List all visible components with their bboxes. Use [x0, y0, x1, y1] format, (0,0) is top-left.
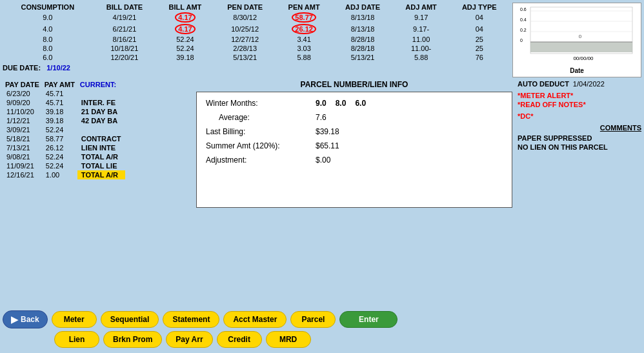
- wm-v3: 6.0: [355, 99, 366, 108]
- due-date-row: DUE DATE: 1/10/22: [3, 64, 510, 72]
- auto-deduct-value: 1/04/2022: [573, 80, 605, 88]
- adjustment-label: Adjustment:: [206, 156, 316, 165]
- chart-date-label: Date: [516, 67, 638, 74]
- comments-link[interactable]: COMMENTS: [600, 124, 641, 132]
- due-date-value: 1/10/22: [46, 64, 70, 72]
- svg-text:0: 0: [520, 38, 523, 43]
- button-row-2: Lien Brkn Prom Pay Arr Credit MRD: [3, 331, 641, 348]
- last-billing-value: $39.18: [316, 127, 339, 136]
- pay-table-row: 6/23/2045.71: [3, 89, 125, 98]
- wm-v1: 9.0: [316, 99, 327, 108]
- winter-months-label: Winter Months:: [206, 99, 316, 108]
- pay-date-header: PAY DATE: [3, 80, 42, 89]
- back-label: Back: [21, 315, 39, 324]
- parcel-button[interactable]: Parcel: [290, 311, 336, 328]
- no-lien: NO LIEN ON THIS PARCEL: [518, 143, 641, 151]
- summer-amt-label: Summer Amt (120%):: [206, 141, 316, 150]
- pay-table-row: 5/18/2158.77CONTRACT: [3, 134, 125, 143]
- mrd-button[interactable]: MRD: [266, 331, 311, 348]
- acct-master-button[interactable]: Acct Master: [223, 311, 287, 328]
- pay-table-row: 11/10/2039.1821 DAY BA: [3, 107, 125, 116]
- svg-text:0.4: 0.4: [520, 17, 527, 22]
- statement-button[interactable]: Statement: [163, 311, 219, 328]
- right-info: AUTO DEDUCT 1/04/2022 *METER ALERT* *REA…: [512, 80, 641, 208]
- payment-table: PAY DATE PAY AMT CURRENT: 6/23/2045.719/…: [3, 80, 125, 179]
- pay-table-row: 12/16/211.00TOTAL A/R: [3, 170, 125, 179]
- col-adj-date: ADJ DATE: [332, 3, 394, 12]
- parcel-section: PARCEL NUMBER/LIEN INFO Winter Months: 9…: [196, 80, 512, 208]
- current-header: CURRENT:: [77, 80, 125, 89]
- pay-table-row: 9/09/2045.71INTER. FE: [3, 98, 125, 107]
- svg-text:0: 0: [579, 34, 582, 39]
- back-arrow-icon: ▶: [11, 314, 18, 325]
- col-pen-date: PEN DATE: [214, 3, 276, 12]
- pay-table-row: 1/12/2139.1842 DAY BA: [3, 116, 125, 125]
- auto-deduct-label: AUTO DEDUCT: [518, 80, 569, 88]
- svg-text:00/00/00: 00/00/00: [573, 55, 594, 61]
- last-billing-row: Last Billing: $39.18: [206, 127, 503, 136]
- winter-months-row: Winter Months: 9.0 8.0 6.0: [206, 99, 503, 108]
- billing-table-row: 8.08/16/2152.2412/27/123.418/28/1811.002…: [3, 35, 510, 44]
- billing-table: CONSUMPTION BILL DATE BILL AMT PEN DATE …: [3, 3, 510, 62]
- svg-text:0.2: 0.2: [520, 28, 527, 32]
- enter-button[interactable]: Enter: [339, 311, 397, 328]
- summer-amt-row: Summer Amt (120%): $65.11: [206, 141, 503, 150]
- col-bill-amt: BILL AMT: [156, 3, 214, 12]
- last-billing-label: Last Billing:: [206, 127, 316, 136]
- chart-svg: 0.6 0.4 0.2 0 0 00/00/00: [516, 6, 638, 64]
- adjustment-value: $.00: [316, 156, 330, 165]
- pay-table-row: 9/08/2152.24TOTAL A/R: [3, 152, 125, 161]
- chart-area: 0.6 0.4 0.2 0 0 00/00/00 Date: [512, 3, 641, 77]
- payment-area: PAY DATE PAY AMT CURRENT: 6/23/2045.719/…: [3, 80, 196, 208]
- svg-marker-9: [530, 42, 632, 52]
- adjustment-row: Adjustment: $.00: [206, 156, 503, 165]
- average-row: Average: 7.6: [206, 113, 503, 122]
- billing-table-row: 9.04/19/214.178/30/1258.778/13/189.1704: [3, 12, 510, 23]
- button-section: ▶ Back Meter Sequential Statement Acct M…: [0, 310, 644, 350]
- col-pen-amt: PEN AMT: [276, 3, 332, 12]
- svg-text:0.6: 0.6: [520, 7, 527, 12]
- back-button[interactable]: ▶ Back: [3, 310, 48, 328]
- lien-button[interactable]: Lien: [54, 331, 99, 348]
- billing-table-row: 8.010/18/2152.242/28/133.038/28/1811.00-…: [3, 44, 510, 53]
- pay-amt-header: PAY AMT: [42, 80, 77, 89]
- wm-v2: 8.0: [336, 99, 347, 108]
- due-date-label: DUE DATE:: [3, 64, 41, 72]
- billing-table-row: 4.06/21/214.1710/25/1226.128/13/189.17-0…: [3, 23, 510, 35]
- comments-row: COMMENTS: [518, 124, 641, 132]
- col-adj-amt: ADJ AMT: [394, 3, 449, 12]
- col-consumption: CONSUMPTION: [3, 3, 93, 12]
- winter-months-values: 9.0 8.0 6.0: [316, 99, 366, 108]
- pay-table-row: 7/13/2126.12LIEN INTE: [3, 143, 125, 152]
- parcel-title: PARCEL NUMBER/LIEN INFO: [196, 80, 512, 89]
- brkn-prom-button[interactable]: Brkn Prom: [103, 331, 162, 348]
- pay-arr-button[interactable]: Pay Arr: [166, 331, 212, 348]
- button-row-1: ▶ Back Meter Sequential Statement Acct M…: [3, 310, 641, 328]
- dc-text: *DC*: [518, 112, 641, 120]
- meter-button[interactable]: Meter: [52, 311, 97, 328]
- average-label: Average:: [206, 113, 316, 122]
- parcel-box: Winter Months: 9.0 8.0 6.0 Average: 7.6 …: [196, 92, 512, 208]
- summer-amt-value: $65.11: [316, 141, 339, 150]
- pay-table-row: 3/09/2152.24: [3, 125, 125, 134]
- auto-deduct-row: AUTO DEDUCT 1/04/2022: [518, 80, 641, 88]
- col-bill-date: BILL DATE: [93, 3, 157, 12]
- meter-alert: *METER ALERT*: [518, 92, 641, 99]
- read-off-notes: *READ OFF NOTES*: [518, 101, 641, 108]
- average-value: 7.6: [316, 113, 327, 122]
- billing-table-row: 6.012/20/2139.185/13/215.885/13/215.8876: [3, 53, 510, 62]
- paper-suppressed: PAPER SUPPRESSED: [518, 134, 641, 142]
- credit-button[interactable]: Credit: [217, 331, 262, 348]
- sequential-button[interactable]: Sequential: [101, 311, 159, 328]
- col-adj-type: ADJ TYPE: [449, 3, 510, 12]
- pay-table-row: 11/09/2152.24TOTAL LIE: [3, 161, 125, 170]
